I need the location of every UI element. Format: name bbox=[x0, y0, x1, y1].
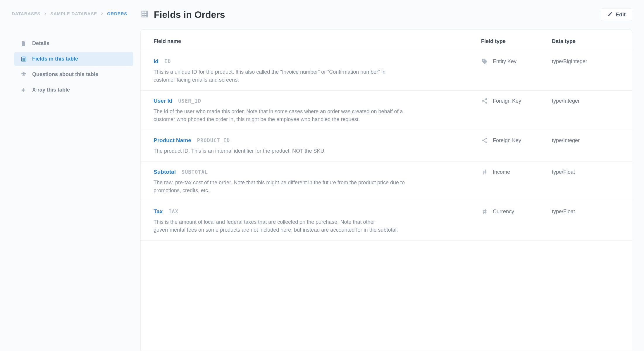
breadcrumb-item[interactable]: DATABASES bbox=[12, 11, 40, 16]
breadcrumb: DATABASESSAMPLE DATABASEORDERS bbox=[12, 8, 140, 16]
field-description: The product ID. This is an internal iden… bbox=[154, 147, 408, 155]
field-type-label: Foreign Key bbox=[493, 137, 521, 144]
tag-icon bbox=[481, 58, 488, 65]
data-type-label: type/Float bbox=[552, 209, 619, 215]
table-row: Product NamePRODUCT_IDForeign Keytype/In… bbox=[141, 130, 632, 162]
page-title: Fields in Orders bbox=[140, 9, 225, 20]
sidebar-item-label: Details bbox=[32, 40, 49, 47]
sidebar-item-label: Fields in this table bbox=[32, 56, 78, 62]
field-name-link[interactable]: Id bbox=[154, 58, 159, 65]
table-row: SubtotalSUBTOTALIncometype/FloatThe raw,… bbox=[141, 162, 632, 201]
field-code: PRODUCT_ID bbox=[197, 137, 230, 143]
field-code: SUBTOTAL bbox=[182, 169, 208, 175]
field-name-link[interactable]: Subtotal bbox=[154, 169, 176, 175]
column-header-name: Field name bbox=[154, 38, 478, 44]
sidebar-item-label: Questions about this table bbox=[32, 71, 98, 78]
table-row: IdIDEntity Keytype/BigIntegerThis is a u… bbox=[141, 51, 632, 91]
field-type-label: Entity Key bbox=[493, 58, 516, 65]
field-description: This is a unique ID for the product. It … bbox=[154, 68, 408, 84]
data-type-label: type/BigInteger bbox=[552, 58, 619, 65]
data-type-label: type/Float bbox=[552, 169, 619, 175]
field-type-label: Income bbox=[493, 169, 510, 175]
sidebar-item[interactable]: Details bbox=[14, 36, 133, 51]
field-name-link[interactable]: User Id bbox=[154, 98, 172, 104]
field-type-label: Foreign Key bbox=[493, 98, 521, 104]
table-row: User IdUSER_IDForeign Keytype/IntegerThe… bbox=[141, 91, 632, 130]
field-code: USER_ID bbox=[178, 98, 201, 104]
field-description: The id of the user who made this order. … bbox=[154, 107, 408, 123]
stack-icon bbox=[20, 72, 27, 78]
chevron-right-icon bbox=[101, 11, 104, 16]
table-icon bbox=[140, 10, 149, 20]
column-header-data-type: Data type bbox=[552, 38, 619, 44]
breadcrumb-item[interactable]: SAMPLE DATABASE bbox=[50, 11, 97, 16]
breadcrumb-item[interactable]: ORDERS bbox=[107, 11, 127, 16]
file-icon bbox=[20, 41, 27, 47]
field-name-link[interactable]: Product Name bbox=[154, 137, 191, 144]
sidebar-item[interactable]: Fields in this table bbox=[14, 52, 133, 66]
pencil-icon bbox=[607, 11, 613, 18]
fields-panel: Field name Field type Data type IdIDEnti… bbox=[140, 29, 632, 351]
hash-icon bbox=[481, 169, 488, 175]
page-title-text: Fields in Orders bbox=[154, 9, 225, 20]
field-description: The raw, pre-tax cost of the order. Note… bbox=[154, 178, 408, 195]
list-icon bbox=[20, 56, 27, 62]
data-type-label: type/Integer bbox=[552, 98, 619, 104]
table-header: Field name Field type Data type bbox=[141, 30, 632, 51]
column-header-field-type: Field type bbox=[481, 38, 548, 44]
field-name-link[interactable]: Tax bbox=[154, 208, 163, 215]
share-icon bbox=[481, 137, 488, 144]
chevron-right-icon bbox=[44, 11, 47, 16]
field-type-label: Currency bbox=[493, 209, 514, 215]
edit-button-label: Edit bbox=[616, 12, 626, 18]
table-row: TaxTAXCurrencytype/FloatThis is the amou… bbox=[141, 201, 632, 241]
sidebar-item[interactable]: Questions about this table bbox=[14, 67, 133, 82]
sidebar-item-label: X-ray this table bbox=[32, 87, 70, 93]
data-type-label: type/Integer bbox=[552, 137, 619, 144]
field-code: TAX bbox=[168, 209, 178, 214]
edit-button[interactable]: Edit bbox=[601, 8, 632, 21]
field-code: ID bbox=[164, 58, 171, 64]
sidebar: DetailsFields in this tableQuestions abo… bbox=[12, 29, 140, 97]
share-icon bbox=[481, 98, 488, 104]
sidebar-item[interactable]: X-ray this table bbox=[14, 83, 133, 97]
field-description: This is the amount of local and federal … bbox=[154, 218, 408, 234]
bolt-icon bbox=[20, 87, 27, 93]
hash-icon bbox=[481, 208, 488, 215]
